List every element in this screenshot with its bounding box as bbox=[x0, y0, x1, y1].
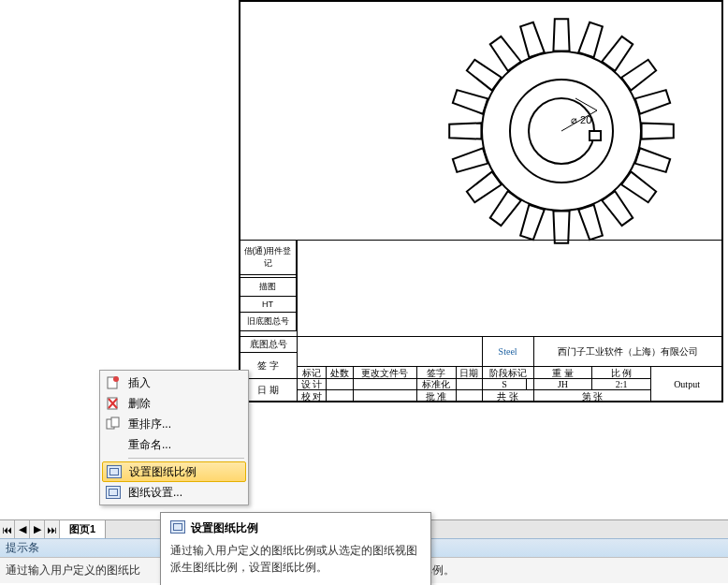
delete-icon bbox=[104, 395, 123, 412]
status-text-left: 通过输入用户定义的图纸比 bbox=[6, 563, 140, 578]
menu-insert[interactable]: 插入 bbox=[102, 373, 246, 393]
menu-sheet-setup[interactable]: 图纸设置... bbox=[102, 482, 246, 503]
menu-label: 重排序... bbox=[128, 417, 171, 432]
tab-nav-last[interactable]: ⏭ bbox=[45, 520, 60, 538]
dimension-label: ⌀ 20 bbox=[571, 114, 591, 125]
tooltip-body: 通过输入用户定义的图纸比例或从选定的图纸视图派生图纸比例，设置图纸比例。 bbox=[170, 542, 421, 576]
menu-reorder[interactable]: 重排序... bbox=[102, 414, 246, 434]
menu-set-sheet-scale[interactable]: 设置图纸比例 bbox=[102, 461, 246, 482]
blank-icon bbox=[104, 436, 123, 453]
menu-separator bbox=[128, 458, 244, 459]
titleblock: 底图总号 Steel 西门子工业软件（上海）有限公司 签 字 标记 处数 更改文… bbox=[239, 240, 723, 402]
svg-rect-11 bbox=[111, 417, 119, 427]
insert-icon bbox=[104, 374, 123, 391]
menu-label: 删除 bbox=[128, 396, 151, 412]
sheet-context-menu: 插入 删除 重排序... 重命名... 设置图纸比例 图纸设置... bbox=[99, 370, 249, 505]
company-cell: 西门子工业软件（上海）有限公司 bbox=[533, 336, 722, 366]
tooltip: 设置图纸比例 通过输入用户定义的图纸比例或从选定的图纸视图派生图纸比例，设置图纸… bbox=[160, 512, 431, 585]
material-cell: Steel bbox=[482, 336, 533, 366]
menu-label: 插入 bbox=[128, 375, 151, 391]
hint-bar-label: 提示条 bbox=[6, 540, 39, 556]
tab-nav-next[interactable]: ▶ bbox=[30, 520, 45, 538]
menu-label: 设置图纸比例 bbox=[129, 464, 197, 480]
menu-label: 重命名... bbox=[128, 437, 171, 453]
menu-rename[interactable]: 重命名... bbox=[102, 434, 246, 455]
svg-point-6 bbox=[113, 376, 119, 382]
gear-drawing: ⌀ 20 bbox=[440, 9, 683, 253]
sheet-scale-icon bbox=[105, 463, 124, 480]
drawing-code: Output bbox=[651, 367, 723, 402]
sheet-tab-label: 图页1 bbox=[69, 522, 95, 536]
reorder-icon bbox=[104, 416, 123, 432]
tooltip-icon bbox=[170, 520, 185, 536]
menu-delete[interactable]: 删除 bbox=[102, 393, 246, 414]
tooltip-title: 设置图纸比例 bbox=[191, 520, 258, 536]
sheet-setup-icon bbox=[104, 484, 123, 501]
sheet-tab-active[interactable]: 图页1 bbox=[60, 520, 106, 538]
tab-nav-first[interactable]: ⏮ bbox=[0, 520, 15, 538]
tab-nav-prev[interactable]: ◀ bbox=[15, 520, 30, 538]
menu-label: 图纸设置... bbox=[128, 485, 182, 501]
